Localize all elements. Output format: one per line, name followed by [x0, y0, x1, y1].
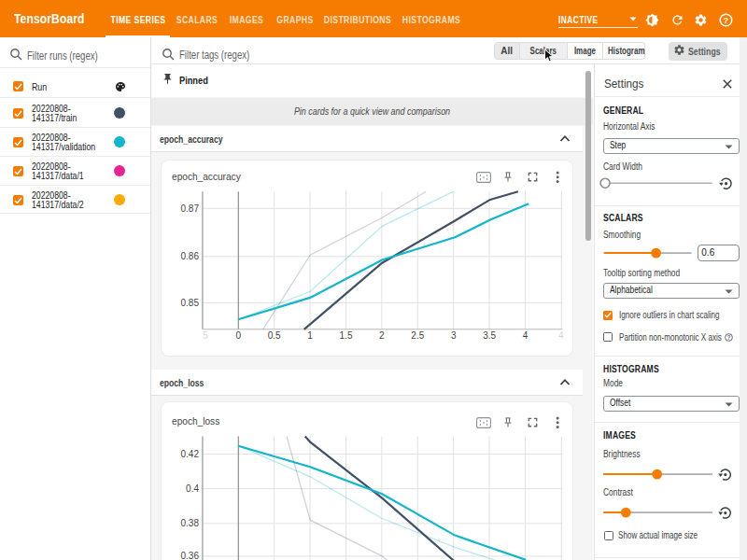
- svg-text:0.87: 0.87: [181, 203, 200, 213]
- svg-text:0.42: 0.42: [181, 449, 200, 459]
- svg-text:?: ?: [726, 333, 730, 340]
- svg-text:0: 0: [236, 330, 242, 341]
- svg-text:?: ?: [723, 15, 727, 24]
- svg-text:2.5: 2.5: [411, 330, 424, 341]
- svg-text:4: 4: [558, 330, 564, 341]
- svg-text:2: 2: [379, 330, 385, 341]
- svg-text:3.5: 3.5: [483, 330, 496, 341]
- svg-text:1.5: 1.5: [340, 330, 353, 341]
- svg-text:0.5: 0.5: [268, 330, 281, 341]
- svg-text:4: 4: [523, 330, 529, 341]
- svg-text:3: 3: [451, 330, 457, 341]
- svg-text:0.38: 0.38: [181, 518, 200, 528]
- svg-text:0.4: 0.4: [186, 483, 199, 494]
- svg-text:0.86: 0.86: [181, 251, 200, 261]
- svg-text:0.36: 0.36: [181, 551, 200, 560]
- svg-text:1: 1: [307, 330, 313, 341]
- svg-text:5: 5: [203, 330, 208, 341]
- svg-text:0.85: 0.85: [181, 298, 200, 308]
